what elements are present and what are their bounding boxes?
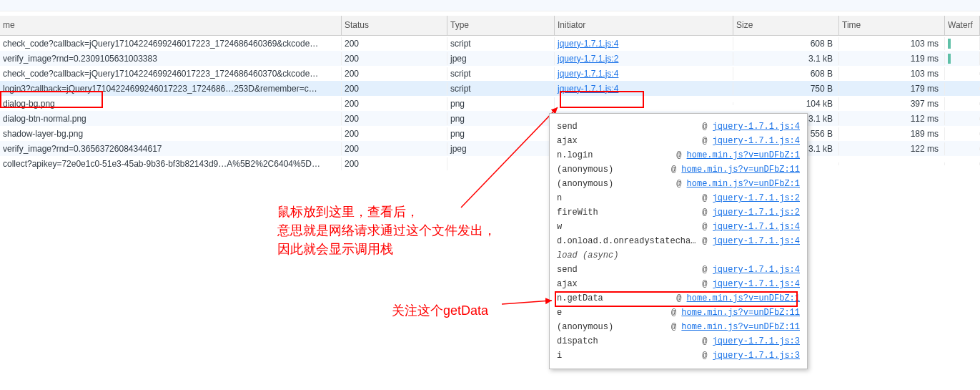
frame-function: n.getData — [557, 293, 609, 303]
frame-function: send — [557, 265, 583, 275]
cell-size: 3.1 kB — [733, 52, 839, 65]
col-name[interactable]: me — [0, 16, 342, 35]
frame-function: dispatch — [557, 336, 604, 346]
cell-name[interactable]: check_code?callback=jQuery17104224699246… — [0, 37, 342, 50]
callstack-frame[interactable]: e@ home.min.js?v=unDFbZ:11 — [557, 306, 800, 320]
table-row[interactable]: dialog-bg.png200png104 kB397 ms — [0, 96, 980, 111]
cell-type: script — [447, 82, 555, 95]
cell-name[interactable]: check_code?callback=jQuery17104224699246… — [0, 67, 342, 80]
cell-status: 200 — [342, 112, 447, 125]
frame-source-link[interactable]: home.min.js?v=unDFbZ:11 — [681, 165, 800, 175]
callstack-frame[interactable]: i@ jquery-1.7.1.js:3 — [557, 348, 800, 363]
col-size[interactable]: Size — [733, 16, 839, 35]
frame-source-link[interactable]: jquery-1.7.1.js:4 — [713, 265, 800, 275]
cell-name[interactable]: dialog-bg.png — [0, 97, 342, 110]
frame-source: @ jquery-1.7.1.js:4 — [702, 236, 800, 246]
callstack-frame[interactable]: fireWith@ jquery-1.7.1.js:2 — [557, 205, 800, 220]
waterfall-tick — [948, 39, 951, 49]
initiator-callstack-tooltip: send@ jquery-1.7.1.js:4ajax@ jquery-1.7.… — [549, 113, 808, 369]
col-time[interactable]: Time — [839, 16, 945, 35]
cell-type: jpeg — [447, 142, 555, 155]
frame-source-link[interactable]: jquery-1.7.1.js:4 — [713, 122, 800, 132]
frame-source: @ jquery-1.7.1.js:3 — [702, 336, 800, 346]
callstack-frame[interactable]: send@ jquery-1.7.1.js:4 — [557, 263, 800, 277]
initiator-link[interactable]: jquery-1.7.1.js:4 — [558, 39, 618, 49]
cell-waterfall — [945, 72, 980, 75]
cell-status: 200 — [342, 37, 447, 50]
table-row[interactable]: check_code?callback=jQuery17104224699246… — [0, 36, 980, 51]
frame-source: @ jquery-1.7.1.js:3 — [702, 351, 800, 361]
callstack-frame[interactable]: (anonymous)@ home.min.js?v=unDFbZ:1 — [557, 177, 800, 191]
frame-source: @ jquery-1.7.1.js:2 — [702, 193, 800, 203]
callstack-frame[interactable]: ajax@ jquery-1.7.1.js:4 — [557, 277, 800, 291]
frame-source-link[interactable]: home.min.js?v=unDFbZ:11 — [681, 322, 800, 332]
cell-time: 103 ms — [839, 67, 945, 80]
frame-function: fireWith — [557, 208, 604, 218]
frame-source-link[interactable]: jquery-1.7.1.js:3 — [713, 336, 800, 346]
callstack-frame[interactable]: (anonymous)@ home.min.js?v=unDFbZ:11 — [557, 162, 800, 177]
cell-initiator: jquery-1.7.1.js:2 — [555, 52, 733, 65]
table-row[interactable]: dialog-btn-normal.png200png3.1 kB112 ms — [0, 111, 980, 126]
cell-waterfall — [945, 36, 980, 50]
cell-type: png — [447, 97, 555, 110]
table-row[interactable]: collect?apikey=72e0e1c0-51e3-45ab-9b36-b… — [0, 156, 980, 171]
table-row[interactable]: login3?callback=jQuery171042246992460172… — [0, 81, 980, 96]
frame-function: d.onload.d.onreadystatechange — [557, 236, 702, 246]
callstack-frame[interactable]: n.getData@ home.min.js?v=unDFbZ:1 — [557, 291, 800, 306]
frame-source-link[interactable]: home.min.js?v=unDFbZ:11 — [681, 308, 800, 318]
col-waterfall[interactable]: Waterf — [945, 16, 980, 35]
frame-source-link[interactable]: jquery-1.7.1.js:4 — [713, 279, 800, 289]
callstack-frame[interactable]: n.login@ home.min.js?v=unDFbZ:1 — [557, 148, 800, 162]
initiator-link[interactable]: jquery-1.7.1.js:4 — [558, 69, 618, 79]
initiator-link[interactable]: jquery-1.7.1.js:4 — [558, 84, 618, 94]
table-row[interactable]: verify_image?rnd=0.36563726084344617200j… — [0, 141, 980, 156]
cell-name[interactable]: verify_image?rnd=0.36563726084344617 — [0, 142, 342, 155]
frame-function: n.login — [557, 150, 598, 160]
callstack-frame[interactable]: send@ jquery-1.7.1.js:4 — [557, 120, 800, 134]
frame-function: (anonymous) — [557, 322, 619, 332]
frame-source-link[interactable]: jquery-1.7.1.js:4 — [713, 236, 800, 246]
callstack-frame[interactable]: n@ jquery-1.7.1.js:2 — [557, 191, 800, 205]
frame-source-link[interactable]: jquery-1.7.1.js:4 — [713, 136, 800, 146]
frame-source-link[interactable]: jquery-1.7.1.js:4 — [713, 222, 800, 232]
table-row[interactable]: shadow-layer-bg.png200png556 B189 ms — [0, 126, 980, 141]
cell-type: script — [447, 67, 555, 80]
callstack-frame[interactable]: w@ jquery-1.7.1.js:4 — [557, 220, 800, 234]
frame-source-link[interactable]: jquery-1.7.1.js:2 — [713, 208, 800, 218]
cell-status: 200 — [342, 67, 447, 80]
col-initiator[interactable]: Initiator — [555, 16, 733, 35]
initiator-link[interactable]: jquery-1.7.1.js:2 — [558, 54, 618, 64]
frame-source-link[interactable]: home.min.js?v=unDFbZ:1 — [687, 179, 800, 189]
frame-source-link[interactable]: jquery-1.7.1.js:3 — [713, 351, 800, 361]
frame-function: w — [557, 222, 568, 232]
col-type[interactable]: Type — [447, 16, 555, 35]
frame-source: @ jquery-1.7.1.js:4 — [702, 136, 800, 146]
frame-source-link[interactable]: home.min.js?v=unDFbZ:1 — [687, 293, 800, 303]
cell-time — [839, 162, 945, 165]
callstack-frame[interactable]: d.onload.d.onreadystatechange@ jquery-1.… — [557, 234, 800, 248]
table-row[interactable]: check_code?callback=jQuery17104224699246… — [0, 66, 980, 81]
annotation-text-2: 关注这个getData — [392, 302, 488, 319]
cell-time: 397 ms — [839, 97, 945, 110]
col-status[interactable]: Status — [342, 16, 447, 35]
table-row[interactable]: verify_image?rnd=0.2309105631003383200jp… — [0, 51, 980, 66]
callstack-frame[interactable]: (anonymous)@ home.min.js?v=unDFbZ:11 — [557, 320, 800, 334]
frame-source-link[interactable]: home.min.js?v=unDFbZ:1 — [687, 150, 800, 160]
cell-name[interactable]: login3?callback=jQuery171042246992460172… — [0, 82, 342, 95]
cell-waterfall — [945, 52, 980, 65]
cell-waterfall — [945, 132, 980, 135]
callstack-frame[interactable]: load (async) — [557, 248, 800, 263]
cell-name[interactable]: verify_image?rnd=0.2309105631003383 — [0, 52, 342, 65]
callstack-frame[interactable]: ajax@ jquery-1.7.1.js:4 — [557, 134, 800, 148]
cell-initiator: jquery-1.7.1.js:4 — [555, 37, 733, 50]
cell-type — [447, 162, 555, 165]
frame-source: @ home.min.js?v=unDFbZ:1 — [676, 293, 800, 303]
cell-name[interactable]: collect?apikey=72e0e1c0-51e3-45ab-9b36-b… — [0, 157, 342, 170]
cell-waterfall — [945, 102, 980, 105]
frame-source: @ home.min.js?v=unDFbZ:11 — [671, 165, 800, 175]
cell-name[interactable]: dialog-btn-normal.png — [0, 112, 342, 125]
callstack-frame[interactable]: dispatch@ jquery-1.7.1.js:3 — [557, 334, 800, 348]
cell-name[interactable]: shadow-layer-bg.png — [0, 127, 342, 140]
frame-source-link[interactable]: jquery-1.7.1.js:2 — [713, 193, 800, 203]
frame-source: @ home.min.js?v=unDFbZ:11 — [671, 308, 800, 318]
